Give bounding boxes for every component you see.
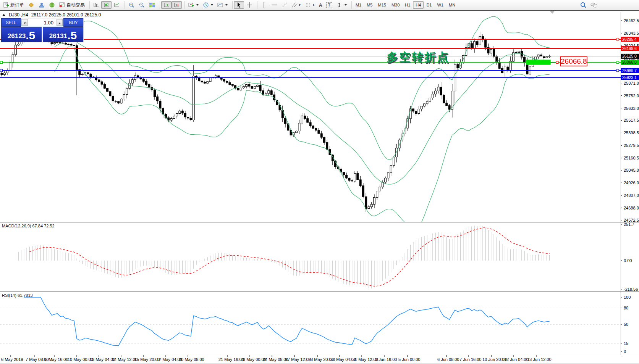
- toolbar-separator: [158, 1, 160, 9]
- chart-title: DJ30-,H4 26117.0 26125.0 26101.0 26125.0: [2, 12, 101, 18]
- timeframe-h4[interactable]: H4: [413, 1, 424, 9]
- svg-text:24 May 08:00: 24 May 08:00: [263, 357, 288, 362]
- svg-text:17 May 04:00: 17 May 04:00: [157, 357, 182, 362]
- svg-text:31 May 12:00: 31 May 12:00: [353, 357, 378, 362]
- new-order-icon: [3, 2, 9, 8]
- crosshair-button[interactable]: [244, 1, 254, 9]
- toolbar-separator: [350, 1, 352, 9]
- volume-input[interactable]: [28, 19, 57, 26]
- timeframe-m1[interactable]: M1: [353, 1, 364, 9]
- auto-scroll-button[interactable]: [161, 1, 171, 9]
- new-order-label: 新订单: [10, 2, 24, 8]
- market-button[interactable]: [26, 1, 36, 9]
- zoom-out-button[interactable]: [136, 1, 147, 9]
- fibonacci-icon: [305, 2, 312, 8]
- vertical-line-button[interactable]: [259, 1, 269, 9]
- fibonacci-button[interactable]: F: [303, 1, 317, 9]
- svg-text:26462.5: 26462.5: [624, 18, 639, 23]
- search-icon[interactable]: [580, 2, 587, 8]
- svg-text:0: 0: [624, 349, 626, 354]
- chat-icon[interactable]: [590, 2, 597, 8]
- svg-text:27 May 12:00: 27 May 12:00: [285, 357, 311, 362]
- equidistant-channel-button[interactable]: E: [290, 1, 303, 9]
- svg-text:28 May 20:00: 28 May 20:00: [308, 357, 334, 362]
- rsi-axis: 1008050150: [621, 295, 631, 354]
- svg-text:14 May 12:00: 14 May 12:00: [112, 357, 138, 362]
- svg-text:7 Jun 16:00: 7 Jun 16:00: [459, 357, 482, 362]
- indicators-icon: [188, 2, 194, 8]
- templates-icon: [217, 2, 223, 8]
- vertical-line-icon: [260, 2, 267, 8]
- svg-text:15: 15: [624, 341, 628, 346]
- periods-button[interactable]: [201, 1, 215, 9]
- line-chart-button[interactable]: [112, 1, 122, 9]
- level-lines: 26285.426198.626125.026066.825989.725923…: [0, 37, 639, 80]
- highlight-rectangle[interactable]: [526, 60, 550, 65]
- sell-price[interactable]: 26123.5: [1, 27, 42, 42]
- svg-text:80: 80: [624, 306, 628, 310]
- line-chart-icon: [113, 2, 120, 8]
- cursor-icon: [236, 2, 242, 8]
- trendline-icon: [281, 2, 288, 8]
- crosshair-icon: [246, 2, 252, 8]
- svg-text:25045.0: 25045.0: [624, 168, 639, 172]
- chart-canvas[interactable]: 26462.526343.526224.526105.525871.025752…: [0, 11, 639, 364]
- timeframe-d1[interactable]: D1: [424, 1, 434, 9]
- svg-text:6 May 2019: 6 May 2019: [1, 357, 23, 362]
- dropdown-caret: [345, 4, 347, 6]
- arrows-button[interactable]: [334, 1, 349, 9]
- fibonacci-letter: F: [313, 3, 315, 7]
- rsi-line: [24, 297, 550, 346]
- svg-text:10 Jun 20:00: 10 Jun 20:00: [482, 357, 507, 362]
- svg-text:23 May 00:00: 23 May 00:00: [241, 357, 266, 362]
- quick-nav-icon[interactable]: [550, 11, 555, 14]
- svg-text:15 May 20:00: 15 May 20:00: [134, 357, 160, 362]
- trendline-button[interactable]: [279, 1, 290, 9]
- zoom-in-button[interactable]: [126, 1, 136, 9]
- svg-text:25633.0: 25633.0: [624, 106, 639, 111]
- zoom-out-icon: [138, 2, 145, 8]
- one-click-trading-panel: SELL BUY 26123.5 26131.5: [1, 18, 84, 42]
- indicators-button[interactable]: [186, 1, 201, 9]
- candlestick-series: [1, 22, 550, 212]
- svg-text:5 Jun 00:00: 5 Jun 00:00: [398, 357, 421, 362]
- volume-decrease-button[interactable]: [22, 19, 28, 26]
- buy-button[interactable]: BUY: [63, 18, 83, 27]
- svg-text:25871.0: 25871.0: [624, 81, 639, 85]
- bar-chart-button[interactable]: [91, 1, 101, 9]
- templates-button[interactable]: [215, 1, 230, 9]
- signals-button[interactable]: [36, 1, 47, 9]
- volume-spinner: [21, 19, 63, 26]
- tile-windows-button[interactable]: [147, 1, 157, 9]
- svg-text:24688.0: 24688.0: [624, 206, 639, 210]
- chart-shift-button[interactable]: [171, 1, 182, 9]
- volume-increase-button[interactable]: [57, 19, 63, 26]
- text-label-button[interactable]: T: [324, 1, 334, 9]
- community-button[interactable]: [47, 1, 57, 9]
- svg-text:0.00: 0.00: [624, 258, 632, 263]
- chart-annotation-text[interactable]: 多空转折点: [387, 50, 450, 65]
- timeframe-m15[interactable]: M15: [375, 1, 388, 9]
- sell-button[interactable]: SELL: [1, 18, 21, 27]
- equidistant-channel-icon: [291, 2, 298, 8]
- buy-price[interactable]: 26131.5: [43, 27, 83, 42]
- rsi-label: RSI(14) 61.7813: [2, 293, 33, 298]
- timeframe-m5[interactable]: M5: [364, 1, 375, 9]
- auto-trading-button[interactable]: 自动交易: [57, 1, 87, 9]
- svg-text:24926.0: 24926.0: [624, 180, 639, 185]
- new-order-button[interactable]: 新订单: [1, 1, 26, 9]
- toolbar-separator: [183, 1, 185, 9]
- candlestick-chart-button[interactable]: [101, 1, 112, 9]
- horizontal-line-button[interactable]: [269, 1, 279, 9]
- timeframe-h1[interactable]: H1: [402, 1, 413, 9]
- cursor-button[interactable]: [234, 1, 244, 9]
- timeframe-mn[interactable]: MN: [446, 1, 458, 9]
- timeframe-m30[interactable]: M30: [389, 1, 402, 9]
- window-icon: [2, 14, 5, 16]
- svg-text:26285.4: 26285.4: [622, 37, 637, 42]
- signals-icon: [38, 2, 45, 8]
- text-button[interactable]: A: [317, 1, 324, 9]
- svg-text:-218.56: -218.56: [624, 287, 638, 292]
- price-callout-label[interactable]: 26066.8: [560, 56, 587, 66]
- timeframe-w1[interactable]: W1: [434, 1, 446, 9]
